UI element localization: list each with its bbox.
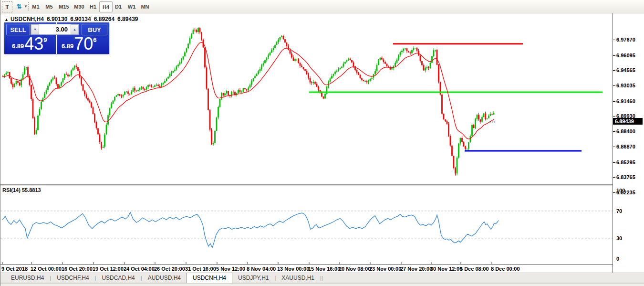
chart-symbol: USDCNH,H4	[10, 16, 44, 22]
time-axis-label: 12 Oct 00:00	[31, 266, 62, 272]
rsi-label: RSI(14) 55.8813	[2, 187, 41, 193]
volume-input[interactable]: 3.00	[39, 24, 71, 34]
timeframe-toolbar: T ⇅ ▼ M1M5M15M30H1H4D1W1MN	[0, 0, 644, 13]
rsi-indicator-pane	[0, 186, 613, 265]
sell-price-point: 9	[43, 36, 47, 51]
current-price-tag: 6.89439	[613, 118, 643, 125]
volume-increase-button[interactable]: ▲	[71, 24, 79, 34]
price-axis-label: 6.88400	[616, 128, 635, 134]
toolbar-separator	[28, 2, 29, 11]
mt4-terminal: T ⇅ ▼ M1M5M15M30H1H4D1W1MN ▲USDCNH,H46.9…	[0, 0, 644, 286]
timeframe-button-h1[interactable]: H1	[87, 1, 99, 11]
price-tick	[613, 177, 615, 178]
time-axis-label: 31 Oct 16:00	[185, 266, 216, 272]
time-axis-label: 9 Oct 2018	[1, 266, 28, 272]
time-axis-label: 8 Dec 00:00	[491, 266, 520, 272]
time-axis-label: 23 Nov 00:00	[369, 266, 401, 272]
buy-price: 6.89 70 6	[62, 36, 97, 51]
time-axis-label: 5 Dec 08:00	[460, 266, 489, 272]
timeframe-button-h4[interactable]: H4	[99, 1, 113, 12]
price-tick	[613, 101, 615, 102]
price-axis-label: 6.86870	[616, 144, 635, 149]
ohlc-open: 6.90130	[47, 16, 67, 22]
ohlc-close: 6.89439	[117, 16, 138, 22]
price-tick	[613, 40, 615, 40]
price-axis-line	[613, 13, 613, 273]
price-tick	[613, 85, 615, 86]
chart-title: ▲USDCNH,H46.901306.901346.892646.89439	[4, 16, 141, 22]
time-axis-label: 8 Nov 04:00	[247, 266, 276, 272]
timeframe-button-m5[interactable]: M5	[43, 1, 55, 11]
tab-separator: |	[322, 275, 323, 281]
chart-tab-usdcad[interactable]: USDCAD,H4	[96, 273, 140, 283]
price-axis-label: 6.83765	[616, 174, 635, 180]
time-axis-label: 20 Nov 08:00	[339, 266, 371, 272]
rsi-axis-label: 70	[616, 208, 622, 214]
time-axis-label: 26 Oct 20:00	[154, 266, 185, 272]
timeframe-button-m30[interactable]: M30	[72, 1, 86, 11]
chart-tab-usdcnh[interactable]: USDCNH,H4	[187, 273, 232, 283]
timeframe-button-mn[interactable]: MN	[139, 1, 151, 11]
time-axis-label: 27 Nov 20:00	[400, 266, 432, 272]
price-tick	[613, 55, 615, 56]
time-axis-label: 19 Oct 12:00	[93, 266, 124, 272]
chart-tab-bar: EURUSD,H4|USDCHF,H4|USDCAD,H4|AUDUSD,H4U…	[0, 273, 644, 283]
sell-price-prefix: 6.89	[12, 42, 24, 51]
buy-price-prefix: 6.89	[62, 42, 73, 51]
rsi-axis-label: 0	[616, 256, 619, 262]
volume-spinner: ▼ 3.00 ▲	[31, 24, 79, 35]
price-tick	[613, 147, 615, 147]
sell-price: 6.89 43 9	[12, 36, 47, 51]
price-axis-label: 6.91460	[616, 98, 635, 104]
price-tick	[613, 70, 615, 71]
buy-price-point: 6	[93, 36, 96, 51]
price-tick	[613, 116, 615, 117]
time-axis-label: 5 Nov 12:00	[216, 266, 245, 272]
volume-decrease-button[interactable]: ▼	[31, 24, 39, 34]
timeframe-button-d1[interactable]: D1	[113, 1, 124, 11]
time-axis-label: 15 Nov 16:00	[308, 266, 340, 272]
time-axis-label: 24 Oct 04:00	[124, 266, 155, 272]
chart-window: ▲USDCNH,H46.901306.901346.892646.89439 S…	[0, 13, 644, 273]
price-tick	[613, 131, 615, 132]
timeframe-button-m1[interactable]: M1	[30, 1, 42, 11]
price-axis-label: 6.94565	[616, 67, 635, 73]
timeframe-button-m15[interactable]: M15	[57, 1, 71, 11]
price-axis-label: 6.97670	[616, 37, 635, 42]
text-tool-button[interactable]: T	[2, 1, 12, 12]
timeframe-button-w1[interactable]: W1	[125, 1, 138, 11]
time-axis: 9 Oct 201812 Oct 00:0016 Oct 20:0019 Oct…	[0, 265, 613, 273]
rsi-axis-label: 30	[616, 235, 622, 241]
status-bar	[0, 283, 644, 286]
chart-tab-audusd[interactable]: AUDUSD,H4	[142, 273, 187, 283]
chart-tab-usdjpy[interactable]: USDJPY,H1	[232, 273, 274, 283]
time-axis-label: 13 Nov 00:00	[277, 266, 309, 272]
price-tick	[613, 192, 615, 193]
ohlc-high: 6.90134	[70, 16, 91, 22]
chart-tab-usdchf[interactable]: USDCHF,H4	[51, 273, 94, 283]
price-axis-label: 6.96095	[616, 53, 635, 58]
time-axis-label: 16 Oct 20:00	[62, 266, 93, 272]
rsi-axis-label: 100	[616, 188, 625, 193]
collapse-marker-icon[interactable]: ▲	[4, 17, 9, 22]
chart-tab-xauusd[interactable]: XAUUSD,H1	[276, 273, 320, 283]
chevron-down-icon[interactable]: ▼	[23, 1, 28, 11]
price-axis-label: 6.93035	[616, 83, 635, 88]
sell-price-pips: 43	[24, 37, 43, 51]
buy-price-pips: 70	[74, 37, 93, 51]
one-click-trading-panel: SELL 6.89 43 9 BUY 6.89 70 6 ▼ 3.00 ▲	[4, 22, 109, 54]
price-tick	[613, 162, 615, 163]
time-axis-label: 30 Nov 12:00	[430, 266, 462, 272]
price-axis-label: 6.85295	[616, 159, 635, 165]
chart-tab-eurusd[interactable]: EURUSD,H4	[5, 273, 50, 283]
arrows-icon[interactable]: ⇅	[15, 1, 23, 11]
ohlc-low: 6.89264	[94, 16, 114, 22]
